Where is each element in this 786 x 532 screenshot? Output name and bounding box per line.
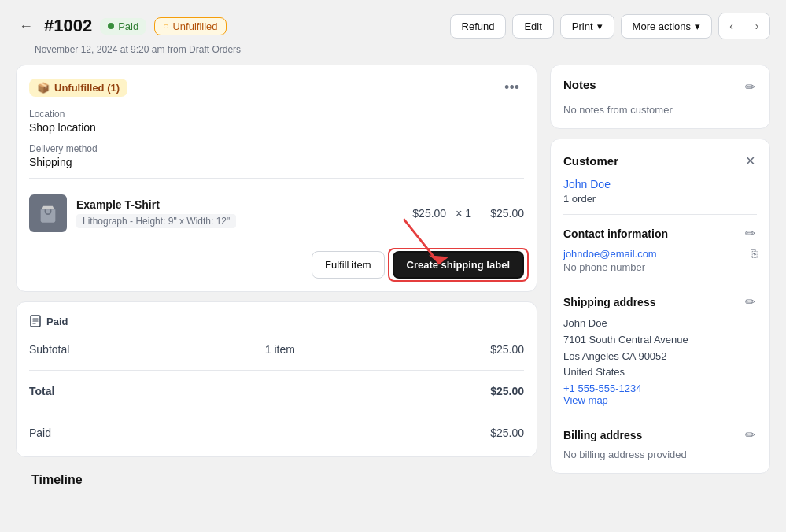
more-actions-button[interactable]: More actions ▾ xyxy=(621,14,712,39)
total-row: Total $25.00 xyxy=(29,380,524,402)
customer-title: Customer xyxy=(563,154,618,168)
contact-info-title: Contact information xyxy=(563,227,668,240)
chevron-down-icon: ▾ xyxy=(597,20,603,32)
delivery-method-value: Shipping xyxy=(29,156,524,168)
fulfillment-actions: Fulfill item Create shipping label xyxy=(29,251,524,279)
contact-section: Contact information ✏ johndoe@email.com … xyxy=(563,224,757,273)
shipping-address-title: Shipping address xyxy=(563,296,655,308)
shipping-edit-button[interactable]: ✏ xyxy=(744,293,757,311)
shipping-country: United States xyxy=(563,364,757,381)
order-number: #1002 xyxy=(44,16,92,36)
box-icon: 📦 xyxy=(37,82,50,94)
shipping-line2: Los Angeles CA 90052 xyxy=(563,349,757,365)
subtotal-items: 1 item xyxy=(265,343,295,356)
subtotal-label: Subtotal xyxy=(29,343,69,356)
payment-card: Paid Subtotal 1 item $25.00 Total $25.00 xyxy=(16,301,537,457)
create-label-highlight: Create shipping label xyxy=(393,251,524,279)
customer-orders: 1 order xyxy=(563,193,596,205)
shipping-name: John Doe xyxy=(563,316,757,332)
notes-content: No notes from customer xyxy=(563,104,757,116)
subtotal-row: Subtotal 1 item $25.00 xyxy=(29,338,524,360)
unfulfilled-status-badge: 📦 Unfulfilled (1) xyxy=(29,79,127,97)
delivery-method-label: Delivery method xyxy=(29,143,524,154)
fulfill-item-button[interactable]: Fulfill item xyxy=(312,251,385,279)
product-info: Example T-Shirt Lithograph - Height: 9" … xyxy=(76,198,403,228)
product-row: Example T-Shirt Lithograph - Height: 9" … xyxy=(29,188,524,238)
paid-row: Paid $25.00 xyxy=(29,422,524,444)
billing-address-title: Billing address xyxy=(563,429,642,441)
location-label: Location xyxy=(29,109,524,120)
create-shipping-label-button[interactable]: Create shipping label xyxy=(393,251,524,279)
chevron-down-icon: ▾ xyxy=(695,20,700,32)
edit-button[interactable]: Edit xyxy=(512,14,553,39)
paid-value: $25.00 xyxy=(490,427,524,439)
notes-card: Notes ✏ No notes from customer xyxy=(550,65,770,129)
customer-email-link[interactable]: johndoe@email.com xyxy=(563,248,657,260)
shipping-line1: 7101 South Central Avenue xyxy=(563,332,757,349)
shipping-address-section: Shipping address ✏ John Doe 7101 South C… xyxy=(563,293,757,406)
billing-address-section: Billing address ✏ No billing address pro… xyxy=(563,426,757,460)
paid-badge: Paid xyxy=(100,18,146,35)
billing-edit-button[interactable]: ✏ xyxy=(744,426,757,444)
copy-email-button[interactable]: ⎘ xyxy=(751,247,757,260)
customer-close-button[interactable]: ✕ xyxy=(744,152,757,170)
customer-phone: No phone number xyxy=(563,261,757,273)
product-total: $25.00 xyxy=(481,207,524,220)
receipt-icon xyxy=(29,315,42,327)
total-value: $25.00 xyxy=(490,385,524,397)
next-order-button[interactable]: › xyxy=(744,13,769,39)
product-price-row: $25.00 × 1 $25.00 xyxy=(412,207,524,220)
product-variant: Lithograph - Height: 9" x Width: 12" xyxy=(76,214,236,228)
product-name: Example T-Shirt xyxy=(76,198,403,211)
paid-label: Paid xyxy=(29,427,51,439)
total-label: Total xyxy=(29,385,54,397)
print-button[interactable]: Print ▾ xyxy=(560,14,614,39)
unfulfilled-badge: Unfulfilled xyxy=(154,17,226,35)
paid-status-badge: Paid xyxy=(29,315,68,327)
order-subtitle: November 12, 2024 at 9:20 am from Draft … xyxy=(0,44,786,65)
fulfillment-card: 📦 Unfulfilled (1) ••• Location Shop loca… xyxy=(16,65,537,292)
more-options-icon[interactable]: ••• xyxy=(500,78,524,98)
location-value: Shop location xyxy=(29,121,524,134)
view-map-link[interactable]: View map xyxy=(563,394,757,406)
refund-button[interactable]: Refund xyxy=(450,14,507,39)
prev-order-button[interactable]: ‹ xyxy=(719,13,744,39)
billing-text: No billing address provided xyxy=(563,449,757,460)
notes-edit-button[interactable]: ✏ xyxy=(744,78,757,96)
shipping-phone-link[interactable]: +1 555-555-1234 xyxy=(563,382,757,394)
product-qty: × 1 xyxy=(456,207,471,220)
notes-title: Notes xyxy=(563,78,596,91)
back-button[interactable]: ← xyxy=(16,18,36,35)
timeline-header: Timeline xyxy=(16,467,537,490)
product-thumbnail xyxy=(29,194,67,232)
customer-name-link[interactable]: John Doe xyxy=(563,178,757,190)
subtotal-value: $25.00 xyxy=(490,343,524,356)
contact-edit-button[interactable]: ✏ xyxy=(744,224,757,242)
product-price: $25.00 xyxy=(412,207,446,220)
customer-card: Customer ✕ John Doe 1 order Contact info… xyxy=(550,139,770,474)
